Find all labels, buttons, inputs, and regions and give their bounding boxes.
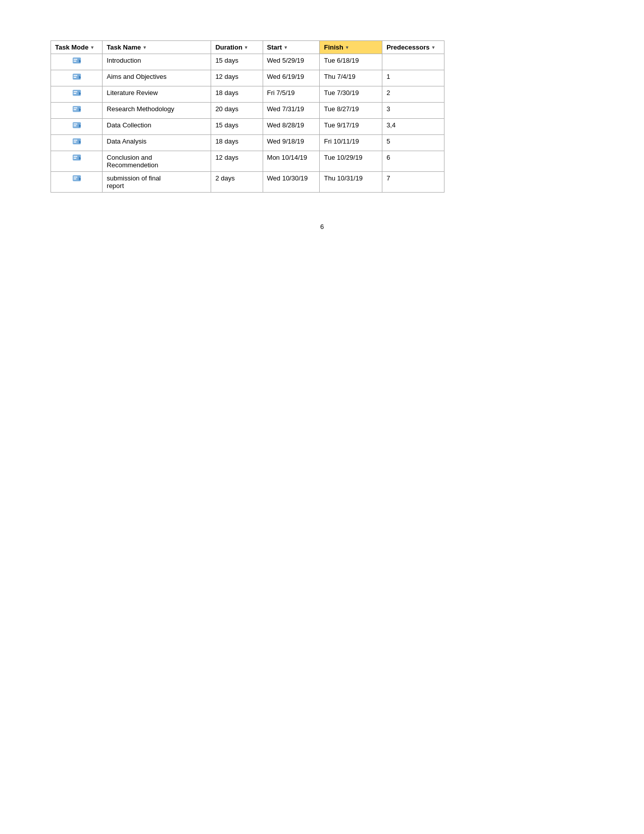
task-name-cell: Introduction [103,54,211,70]
predecessors-cell: 2 [382,86,444,103]
header-task-name[interactable]: Task Name ▼ [103,41,211,54]
table-row: submission of finalreport2 daysWed 10/30… [51,172,444,193]
header-duration[interactable]: Duration ▼ [211,41,263,54]
duration-cell: 2 days [211,172,263,193]
task-name-cell: Conclusion andRecommendetion [103,151,211,172]
duration-dropdown-icon[interactable]: ▼ [244,45,249,50]
gantt-table: Task Mode ▼ Task Name ▼ Duration ▼ [51,40,444,193]
table-row: Introduction15 daysWed 5/29/19Tue 6/18/1… [51,54,444,70]
task-mode-icon [71,124,82,132]
duration-cell: 18 days [211,86,263,103]
svg-rect-5 [73,75,77,76]
task-mode-icon [71,60,82,67]
svg-rect-14 [73,109,76,110]
task-name-cell: submission of finalreport [103,172,211,193]
duration-cell: 18 days [211,135,263,151]
predecessors-cell: 7 [382,172,444,193]
task-mode-cell [51,54,103,70]
svg-rect-10 [73,93,76,94]
task-mode-icon [71,108,82,116]
task-name-dropdown-icon[interactable]: ▼ [142,45,147,50]
task-mode-cell [51,70,103,86]
finish-dropdown-icon[interactable]: ▼ [345,45,350,50]
header-predecessors[interactable]: Predecessors ▼ [382,41,444,54]
task-name-cell: Research Methodology [103,103,211,119]
svg-rect-18 [73,125,76,126]
finish-cell: Tue 8/27/19 [320,103,382,119]
task-name-cell: Aims and Objectives [103,70,211,86]
start-cell: Wed 6/19/19 [263,70,320,86]
page-wrapper: Task Mode ▼ Task Name ▼ Duration ▼ [0,0,644,271]
finish-cell: Tue 9/17/19 [320,119,382,135]
finish-cell: Tue 10/29/19 [320,151,382,172]
task-mode-cell [51,86,103,103]
svg-rect-30 [73,178,76,179]
task-mode-cell [51,119,103,135]
task-mode-cell [51,172,103,193]
task-mode-cell [51,103,103,119]
predecessors-cell: 3,4 [382,119,444,135]
svg-rect-6 [73,77,76,78]
start-cell: Mon 10/14/19 [263,151,320,172]
table-row: Research Methodology20 daysWed 7/31/19Tu… [51,103,444,119]
duration-cell: 20 days [211,103,263,119]
predecessors-dropdown-icon[interactable]: ▼ [431,45,435,50]
svg-rect-17 [73,124,77,125]
finish-cell: Fri 10/11/19 [320,135,382,151]
start-cell: Wed 7/31/19 [263,103,320,119]
duration-cell: 15 days [211,119,263,135]
finish-cell: Thu 7/4/19 [320,70,382,86]
predecessors-cell [382,54,444,70]
header-start[interactable]: Start ▼ [263,41,320,54]
finish-cell: Thu 10/31/19 [320,172,382,193]
svg-rect-26 [73,158,76,159]
task-name-cell: Data Analysis [103,135,211,151]
start-cell: Wed 10/30/19 [263,172,320,193]
svg-rect-21 [73,140,77,141]
svg-rect-2 [73,61,76,62]
start-dropdown-icon[interactable]: ▼ [283,45,288,50]
page-number: 6 [51,223,593,230]
svg-rect-29 [73,177,77,178]
predecessors-cell: 1 [382,70,444,86]
predecessors-cell: 3 [382,103,444,119]
finish-cell: Tue 6/18/19 [320,54,382,70]
start-cell: Wed 5/29/19 [263,54,320,70]
page-number-text: 6 [320,223,324,230]
header-duration-label: Duration [215,43,242,51]
task-mode-icon [71,177,82,185]
task-mode-cell [51,151,103,172]
finish-cell: Tue 7/30/19 [320,86,382,103]
task-name-cell: Literature Review [103,86,211,103]
duration-cell: 12 days [211,151,263,172]
svg-rect-22 [73,142,76,143]
table-row: Aims and Objectives12 daysWed 6/19/19Thu… [51,70,444,86]
task-mode-icon [71,92,82,100]
duration-cell: 12 days [211,70,263,86]
table-row: Conclusion andRecommendetion12 daysMon 1… [51,151,444,172]
table-row: Data Analysis18 daysWed 9/18/19Fri 10/11… [51,135,444,151]
header-task-mode-label: Task Mode [55,43,88,51]
header-task-mode[interactable]: Task Mode ▼ [51,41,103,54]
header-predecessors-label: Predecessors [386,43,429,51]
predecessors-cell: 5 [382,135,444,151]
task-mode-icon [71,157,82,164]
start-cell: Wed 8/28/19 [263,119,320,135]
svg-rect-25 [73,156,77,157]
svg-rect-9 [73,91,77,92]
header-task-name-label: Task Name [107,43,141,51]
start-cell: Wed 9/18/19 [263,135,320,151]
task-name-cell: Data Collection [103,119,211,135]
header-start-label: Start [267,43,282,51]
svg-rect-13 [73,108,77,109]
task-mode-dropdown-icon[interactable]: ▼ [90,45,94,50]
svg-rect-1 [73,59,77,60]
duration-cell: 15 days [211,54,263,70]
header-finish[interactable]: Finish ▼ [320,41,382,54]
start-cell: Fri 7/5/19 [263,86,320,103]
table-row: Data Collection15 daysWed 8/28/19Tue 9/1… [51,119,444,135]
header-finish-label: Finish [324,43,343,51]
task-mode-cell [51,135,103,151]
predecessors-cell: 6 [382,151,444,172]
task-mode-icon [71,76,82,83]
